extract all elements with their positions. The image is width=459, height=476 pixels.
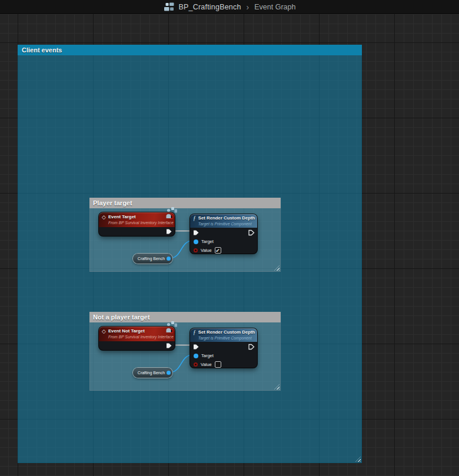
target-pin-row: Target bbox=[190, 351, 257, 360]
group-not-player-target: Not a player target ◇ Event Not Target F… bbox=[89, 312, 281, 391]
variable-node-crafting-bench[interactable]: Crafting Bench bbox=[133, 368, 172, 378]
comment-resize-handle-icon[interactable] bbox=[355, 457, 361, 462]
breadcrumb-chevron-icon: › bbox=[247, 3, 250, 11]
comment-resize-handle-icon[interactable] bbox=[274, 265, 280, 271]
exec-pin-row bbox=[190, 228, 257, 237]
node-body: Target Value bbox=[190, 342, 257, 369]
comment-title: Not a player target bbox=[93, 314, 150, 321]
value-checkbox[interactable]: ✔ bbox=[215, 247, 221, 254]
blueprint-event-graph-canvas[interactable]: BP_CraftingBench › Event Graph Client ev… bbox=[0, 0, 459, 476]
variable-node-crafting-bench[interactable]: Crafting Bench bbox=[133, 254, 172, 264]
value-pin-icon[interactable] bbox=[194, 362, 198, 367]
value-pin-icon[interactable] bbox=[194, 248, 198, 252]
target-pin-icon[interactable] bbox=[194, 354, 198, 358]
comment-header[interactable]: Client events bbox=[18, 45, 362, 55]
exec-out-pin[interactable] bbox=[248, 229, 255, 236]
node-body: Target Value ✔ bbox=[190, 228, 257, 255]
node-subtitle: Target is Primitive Component bbox=[198, 335, 255, 341]
pin-label: Target bbox=[201, 353, 214, 358]
node-subtitle: Target is Primitive Component bbox=[198, 221, 255, 227]
comment-title: Player target bbox=[93, 199, 132, 207]
breadcrumb-graph-name[interactable]: Event Graph bbox=[254, 3, 295, 11]
breadcrumb-blueprint-name[interactable]: BP_CraftingBench bbox=[179, 3, 241, 11]
node-title: Set Render Custom Depth bbox=[198, 329, 255, 335]
pin-label: Value bbox=[201, 248, 212, 253]
variable-out-pin-icon[interactable] bbox=[167, 257, 171, 261]
value-checkbox[interactable] bbox=[215, 361, 221, 368]
exec-in-pin[interactable] bbox=[193, 344, 199, 350]
node-body bbox=[99, 227, 175, 236]
comment-title: Client events bbox=[22, 46, 62, 54]
event-diamond-icon: ◇ bbox=[102, 214, 106, 220]
exec-out-pin[interactable] bbox=[166, 342, 172, 349]
function-node-header[interactable]: ƒ Set Render Custom Depth Target is Prim… bbox=[190, 328, 257, 342]
value-pin-row: Value bbox=[190, 360, 257, 369]
exec-out-pin[interactable] bbox=[166, 228, 172, 235]
exec-pin-row bbox=[190, 342, 257, 351]
variable-out-pin-icon[interactable] bbox=[167, 371, 171, 375]
comment-header[interactable]: Not a player target bbox=[89, 312, 281, 322]
variable-label: Crafting Bench bbox=[138, 257, 165, 261]
comment-resize-handle-icon[interactable] bbox=[274, 384, 280, 390]
node-body bbox=[99, 341, 175, 350]
target-pin-icon[interactable] bbox=[194, 239, 198, 244]
client-sprite-icon bbox=[164, 321, 178, 335]
graph-title-bar: BP_CraftingBench › Event Graph bbox=[0, 0, 459, 14]
target-pin-row: Target bbox=[190, 237, 257, 246]
client-sprite-icon bbox=[164, 207, 178, 221]
function-node-header[interactable]: ƒ Set Render Custom Depth Target is Prim… bbox=[190, 214, 257, 228]
node-title: Set Render Custom Depth bbox=[198, 215, 255, 221]
comment-header[interactable]: Player target bbox=[89, 198, 281, 208]
exec-out-pin[interactable] bbox=[248, 344, 255, 350]
blueprint-icon bbox=[164, 2, 175, 12]
exec-in-pin[interactable] bbox=[193, 229, 199, 236]
event-diamond-icon: ◇ bbox=[102, 328, 106, 334]
function-icon: ƒ bbox=[193, 329, 196, 335]
pin-label: Target bbox=[201, 239, 214, 244]
group-player-target: Player target ◇ Event Target From BP Sur… bbox=[89, 198, 281, 272]
variable-label: Crafting Bench bbox=[138, 371, 165, 375]
function-node-set-render-custom-depth[interactable]: ƒ Set Render Custom Depth Target is Prim… bbox=[190, 214, 257, 254]
value-pin-row: Value ✔ bbox=[190, 246, 257, 255]
function-node-set-render-custom-depth[interactable]: ƒ Set Render Custom Depth Target is Prim… bbox=[190, 328, 257, 368]
pin-label: Value bbox=[201, 362, 212, 367]
function-icon: ƒ bbox=[193, 215, 196, 221]
